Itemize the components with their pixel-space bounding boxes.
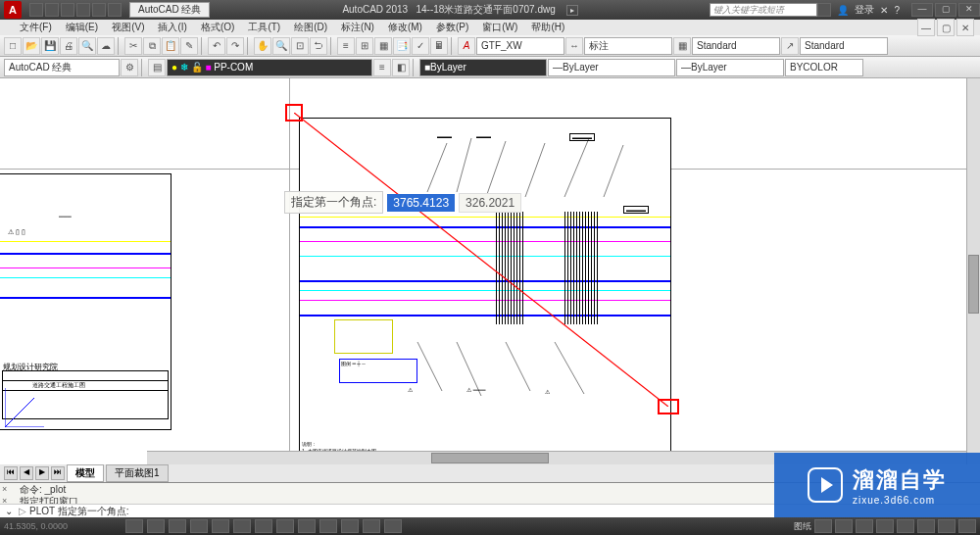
paste-icon[interactable]: 📋 xyxy=(162,37,179,55)
markup-icon[interactable]: ✓ xyxy=(412,37,429,55)
mleader-style-combo[interactable]: Standard xyxy=(800,37,888,55)
sc-icon[interactable] xyxy=(384,519,402,533)
tab-next-icon[interactable]: ▶ xyxy=(35,466,49,480)
open-icon[interactable]: 📂 xyxy=(23,37,40,55)
linetype-combo[interactable]: — ByLayer xyxy=(548,59,675,76)
table-style-icon[interactable]: ▦ xyxy=(673,37,691,55)
sheet-set-icon[interactable]: 📑 xyxy=(393,37,411,55)
copy-icon[interactable]: ⧉ xyxy=(143,37,161,55)
menu-window[interactable]: 窗口(W) xyxy=(482,21,517,34)
workspace-switch-icon[interactable] xyxy=(876,519,894,533)
dyn-input-icon[interactable] xyxy=(298,519,316,533)
preview-icon[interactable]: 🔍 xyxy=(78,37,96,55)
qp-icon[interactable] xyxy=(363,519,380,533)
menu-draw[interactable]: 绘图(D) xyxy=(294,21,327,34)
tool-palette-icon[interactable]: ▦ xyxy=(374,37,392,55)
hardware-accel-icon[interactable] xyxy=(917,519,935,533)
tab-first-icon[interactable]: ⏮ xyxy=(4,466,18,480)
exchange-icon[interactable]: ✕ xyxy=(880,5,888,16)
save-icon[interactable]: 💾 xyxy=(41,37,59,55)
menu-dimension[interactable]: 标注(N) xyxy=(341,21,374,34)
close-button[interactable]: ✕ xyxy=(958,3,980,17)
polar-mode-icon[interactable] xyxy=(190,519,208,533)
isolate-objects-icon[interactable] xyxy=(938,519,956,533)
menu-edit[interactable]: 编辑(E) xyxy=(66,21,98,34)
tab-model[interactable]: 模型 xyxy=(67,464,104,482)
ortho-mode-icon[interactable] xyxy=(169,519,186,533)
cut-icon[interactable]: ✂ xyxy=(124,37,142,55)
doc-close-icon[interactable]: ✕ xyxy=(956,19,974,36)
properties-icon[interactable]: ≡ xyxy=(337,37,355,55)
dim-style-combo[interactable]: 标注 xyxy=(584,37,672,55)
color-combo[interactable]: ■ ByLayer xyxy=(419,59,547,76)
pan-icon[interactable]: ✋ xyxy=(254,37,271,55)
dcenter-icon[interactable]: ⊞ xyxy=(356,37,373,55)
layer-combo[interactable]: ● ❄ 🔓 ■ PP-COM xyxy=(167,59,372,76)
redo-icon[interactable]: ↷ xyxy=(226,37,244,55)
grid-mode-icon[interactable] xyxy=(147,519,165,533)
doc-min-icon[interactable]: — xyxy=(917,19,935,36)
menu-file[interactable]: 文件(F) xyxy=(20,21,52,34)
menu-insert[interactable]: 插入(I) xyxy=(158,21,186,34)
text-style-icon[interactable]: A xyxy=(458,37,475,55)
tooltip-x-value[interactable]: 3765.4123 xyxy=(387,194,455,212)
menu-format[interactable]: 格式(O) xyxy=(201,21,234,34)
workspace-dropdown[interactable]: AutoCAD 经典 xyxy=(129,2,210,18)
coordinate-display[interactable]: 41.5305, 0.0000 xyxy=(4,521,122,531)
layer-iso-icon[interactable]: ◧ xyxy=(392,59,410,76)
dim-style-icon[interactable]: ↔ xyxy=(565,37,583,55)
help-icon[interactable]: ? xyxy=(894,5,900,16)
ducs-icon[interactable] xyxy=(276,519,294,533)
tab-layout1[interactable]: 平面裁图1 xyxy=(106,464,169,482)
quickview-layouts-icon[interactable] xyxy=(814,519,832,533)
menu-parametric[interactable]: 参数(P) xyxy=(436,21,468,34)
zoom-window-icon[interactable]: ⊡ xyxy=(291,37,309,55)
tooltip-y-value[interactable]: 326.2021 xyxy=(459,193,521,213)
drawing-canvas[interactable]: ⚠ ▯ ▯ ═══ 规划设计研究院 道路交通工程施工图 ▬▬▬ xyxy=(0,78,980,464)
plotstyle-combo[interactable]: BYCOLOR xyxy=(785,59,863,76)
undo-icon[interactable]: ↶ xyxy=(208,37,225,55)
minimize-button[interactable]: — xyxy=(911,3,933,17)
login-link[interactable]: 登录 xyxy=(855,3,874,17)
model-paper-toggle[interactable]: 图纸 xyxy=(794,520,811,533)
clean-screen-icon[interactable] xyxy=(958,519,976,533)
calc-icon[interactable]: 🖩 xyxy=(430,37,448,55)
menu-view[interactable]: 视图(V) xyxy=(112,21,144,34)
text-style-combo[interactable]: GTF_XW xyxy=(476,37,564,55)
annotation-scale-icon[interactable] xyxy=(856,519,873,533)
osnap-mode-icon[interactable] xyxy=(212,519,229,533)
ws-settings-icon[interactable]: ⚙ xyxy=(121,59,138,76)
toolbar-lock-icon[interactable] xyxy=(897,519,914,533)
workspace-combo[interactable]: AutoCAD 经典 xyxy=(4,59,120,76)
lineweight-combo[interactable]: — ByLayer xyxy=(676,59,784,76)
plot-icon[interactable]: 🖨 xyxy=(60,37,77,55)
doc-menu-icon[interactable]: ▸ xyxy=(566,5,578,16)
maximize-button[interactable]: ▢ xyxy=(935,3,956,17)
user-icon[interactable]: 👤 xyxy=(837,5,849,16)
menu-modify[interactable]: 修改(M) xyxy=(388,21,422,34)
qat-open-icon[interactable] xyxy=(45,3,59,17)
transparency-icon[interactable] xyxy=(341,519,359,533)
layer-props-icon[interactable]: ▤ xyxy=(148,59,166,76)
otrack-icon[interactable] xyxy=(255,519,272,533)
menu-help[interactable]: 帮助(H) xyxy=(531,21,564,34)
search-icon[interactable] xyxy=(817,3,831,17)
zoom-prev-icon[interactable]: ⮌ xyxy=(310,37,327,55)
help-search-input[interactable]: 键入关键字或短语 xyxy=(710,3,817,17)
quickview-drawings-icon[interactable] xyxy=(835,519,853,533)
vertical-scrollbar[interactable] xyxy=(966,78,980,464)
doc-max-icon[interactable]: ▢ xyxy=(937,19,955,36)
qat-plot-icon[interactable] xyxy=(108,3,122,17)
qat-new-icon[interactable] xyxy=(29,3,43,17)
new-icon[interactable]: □ xyxy=(4,37,22,55)
table-style-combo[interactable]: Standard xyxy=(692,37,780,55)
tab-last-icon[interactable]: ⏭ xyxy=(51,466,65,480)
publish-icon[interactable]: ☁ xyxy=(97,37,115,55)
zoom-icon[interactable]: 🔍 xyxy=(272,37,290,55)
tab-prev-icon[interactable]: ◀ xyxy=(20,466,33,480)
mleader-style-icon[interactable]: ↗ xyxy=(781,37,799,55)
match-icon[interactable]: ✎ xyxy=(180,37,198,55)
qat-save-icon[interactable] xyxy=(61,3,74,17)
qat-undo-icon[interactable] xyxy=(76,3,90,17)
cmd-close-icon[interactable]: × xyxy=(2,484,12,494)
